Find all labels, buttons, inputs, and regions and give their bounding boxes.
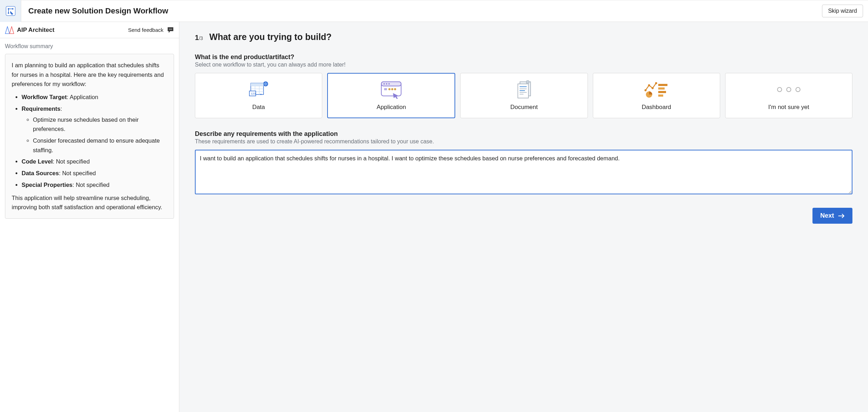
artifact-card-row: 123 " Data [195, 73, 852, 118]
svg-text:": " [260, 93, 262, 98]
svg-point-7 [170, 29, 171, 29]
svg-rect-0 [6, 6, 15, 16]
artifact-option-not-sure[interactable]: I'm not sure yet [725, 73, 852, 118]
top-header-right: Skip wizard [822, 5, 868, 17]
svg-point-37 [648, 84, 650, 86]
workflow-summary-label: Workflow summary [5, 43, 174, 50]
artifact-option-data[interactable]: 123 " Data [195, 73, 322, 118]
summary-bullet-special: Special Properties: Not specified [22, 180, 167, 190]
workflow-app-icon [6, 6, 16, 16]
requirement-item: Consider forecasted demand to ensure ade… [33, 136, 167, 155]
sidebar-header: AIP Architect Send feedback [0, 22, 179, 38]
describe-sub: These requirements are used to create AI… [195, 138, 852, 145]
svg-rect-25 [384, 88, 387, 90]
artifact-option-label: Document [510, 104, 538, 111]
svg-point-27 [391, 88, 393, 90]
summary-bullet-target: Workflow Target: Application [22, 92, 167, 102]
feedback-label: Send feedback [128, 27, 163, 33]
svg-point-6 [169, 29, 170, 29]
svg-rect-42 [658, 87, 665, 90]
requirements-textarea[interactable] [195, 150, 852, 194]
requirements-sublist: Optimize nurse schedules based on their … [22, 115, 167, 155]
next-button-label: Next [820, 212, 834, 219]
svg-rect-44 [658, 95, 663, 97]
artifact-option-document[interactable]: Document [460, 73, 588, 118]
requirement-item: Optimize nurse schedules based on their … [33, 115, 167, 134]
application-icon [380, 80, 403, 99]
svg-point-36 [644, 89, 647, 91]
sidebar: AIP Architect Send feedback Workflow sum… [0, 22, 179, 412]
main-panel: 1/3 What are you trying to build? What i… [179, 22, 868, 412]
svg-point-28 [394, 88, 396, 90]
artifact-sub: Select one workflow to start, you can al… [195, 62, 852, 68]
svg-text:123: 123 [251, 92, 256, 95]
dashboard-icon [644, 80, 669, 99]
chat-bubble-icon [167, 27, 174, 33]
summary-intro: I am planning to build an application th… [12, 61, 167, 89]
aip-architect-icon [5, 26, 14, 34]
svg-point-23 [386, 83, 387, 85]
artifact-option-label: Application [377, 104, 406, 111]
step-current: 1 [195, 34, 199, 41]
artifact-option-label: Data [252, 104, 265, 111]
sidebar-body: Workflow summary I am planning to build … [0, 38, 179, 224]
artifact-option-label: Dashboard [642, 104, 671, 111]
top-header-left: Create new Solution Design Workflow [0, 0, 168, 22]
artifact-option-label: I'm not sure yet [768, 104, 809, 111]
svg-point-38 [652, 87, 654, 89]
summary-bullet-code: Code Level: Not specified [22, 157, 167, 166]
skip-wizard-button[interactable]: Skip wizard [822, 5, 863, 17]
svg-point-22 [383, 83, 385, 85]
step-title: What are you trying to build? [209, 32, 332, 42]
footer-row: Next [195, 208, 852, 224]
sidebar-header-left: AIP Architect [5, 26, 54, 34]
svg-point-26 [388, 88, 390, 90]
not-sure-icon [777, 80, 800, 99]
step-total: /3 [199, 35, 203, 41]
svg-point-24 [388, 83, 390, 85]
arrow-right-icon [838, 213, 845, 218]
summary-outro: This application will help streamline nu… [12, 193, 167, 212]
sidebar-title: AIP Architect [17, 27, 54, 34]
workflow-app-icon-box [0, 0, 21, 22]
page-title: Create new Solution Design Workflow [26, 6, 168, 16]
top-header: Create new Solution Design Workflow Skip… [0, 0, 868, 22]
artifact-option-dashboard[interactable]: Dashboard [593, 73, 720, 118]
summary-bullet-requirements: Requirements: Optimize nurse schedules b… [22, 104, 167, 155]
workflow-summary-card: I am planning to build an application th… [5, 54, 174, 219]
summary-bullet-data: Data Sources: Not specified [22, 168, 167, 178]
data-icon: 123 " [248, 80, 269, 99]
svg-point-39 [655, 82, 657, 84]
artifact-option-application[interactable]: Application [327, 73, 455, 118]
svg-rect-41 [658, 84, 667, 86]
svg-rect-16 [251, 83, 264, 86]
next-button[interactable]: Next [812, 208, 852, 224]
document-icon [516, 80, 533, 99]
step-row: 1/3 What are you trying to build? [195, 32, 852, 42]
summary-bullet-list: Workflow Target: Application Requirement… [12, 92, 167, 189]
send-feedback-button[interactable]: Send feedback [128, 27, 174, 33]
svg-rect-43 [658, 91, 666, 93]
describe-heading: Describe any requirements with the appli… [195, 130, 852, 138]
step-counter: 1/3 [195, 34, 203, 42]
svg-point-8 [171, 29, 172, 29]
artifact-heading: What is the end product/artifact? [195, 53, 852, 61]
